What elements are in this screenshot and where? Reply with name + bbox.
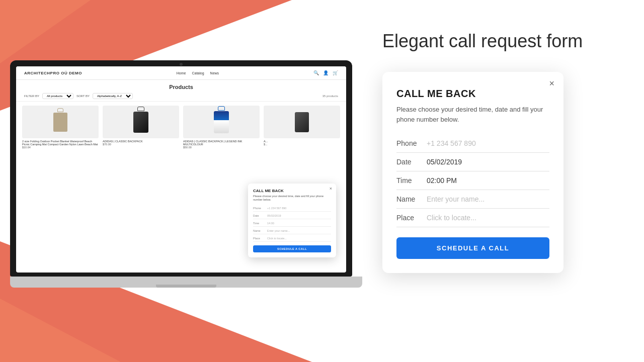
store-logo: ARCHITECHPRO OÜ DEMO	[24, 71, 82, 75]
product-price: $50.00	[183, 146, 260, 149]
list-item[interactable]: A... $...	[264, 106, 340, 149]
product-name: 2 size Folding Outdoor Pocket Blanket Wa…	[22, 140, 99, 146]
mini-name-label: Name	[253, 229, 267, 232]
product-price: $10.64	[22, 146, 99, 149]
list-item[interactable]: ADIDAS | CLASSIC BACKPACK $70.00	[103, 106, 179, 149]
mini-popup-close-button[interactable]: ×	[330, 186, 332, 191]
mini-popup-title: CALL ME BACK	[253, 189, 331, 193]
search-icon[interactable]: 🔍	[313, 70, 319, 75]
filter-left: FILTER BY All products SORT BY Alphabeti…	[24, 93, 133, 99]
product-price: $...	[264, 143, 340, 146]
store-product-grid: 2 size Folding Outdoor Pocket Blanket Wa…	[16, 102, 346, 153]
modal-date-label: Date	[396, 158, 427, 166]
mini-time-label: Time	[253, 222, 267, 225]
store-header: ARCHITECHPRO OÜ DEMO Home Catalog News 🔍…	[16, 66, 346, 80]
product-name: ADIDAS | CLASSIC BACKPACK | LEGEND INK M…	[183, 140, 260, 146]
store-nav-home[interactable]: Home	[177, 71, 186, 75]
mini-popup-subtitle: Please choose your desired time, date an…	[253, 195, 331, 202]
product-price: $70.00	[103, 143, 179, 146]
store-nav: Home Catalog News	[177, 71, 219, 75]
product-image	[103, 106, 179, 138]
mini-phone-field[interactable]: Phone +1 234 567 890	[253, 205, 331, 212]
user-icon[interactable]: 👤	[323, 70, 329, 75]
modal-place-placeholder: Click to locate...	[427, 214, 549, 222]
mini-phone-value: +1 234 567 890	[267, 207, 286, 210]
laptop-base	[10, 277, 362, 288]
laptop-section: ARCHITECHPRO OÜ DEMO Home Catalog News 🔍…	[0, 0, 362, 362]
mini-name-field[interactable]: Name Enter your name...	[253, 228, 331, 234]
mini-time-value: 14:00	[267, 222, 274, 225]
list-item[interactable]: 2 size Folding Outdoor Pocket Blanket Wa…	[22, 106, 99, 149]
products-count: 35 products	[323, 95, 338, 98]
product-image	[264, 106, 340, 138]
mini-call-me-back-popup: × CALL ME BACK Please choose your desire…	[248, 184, 336, 257]
modal-phone-placeholder: +1 234 567 890	[427, 139, 549, 147]
filter-select[interactable]: All products	[42, 93, 73, 99]
modal-time-value: 02:00 PM	[427, 176, 549, 185]
store-products-title: Products	[16, 80, 346, 92]
mini-date-value: 05/02/2019	[267, 214, 281, 217]
mini-name-value: Enter your name...	[267, 229, 290, 232]
call-me-back-modal: × CALL ME BACK Please choose your desire…	[382, 72, 564, 273]
mini-time-field[interactable]: Time 14:00	[253, 220, 331, 227]
modal-time-label: Time	[396, 176, 427, 185]
laptop-screen-outer: ARCHITECHPRO OÜ DEMO Home Catalog News 🔍…	[10, 60, 352, 277]
page-headline: Elegant call request form	[382, 30, 583, 52]
modal-subtitle: Please choose your desired time, date an…	[396, 105, 549, 124]
modal-title: CALL ME BACK	[396, 88, 549, 100]
mini-date-field[interactable]: Date 05/02/2019	[253, 213, 331, 219]
laptop-camera	[180, 63, 183, 66]
store-filters: FILTER BY All products SORT BY Alphabeti…	[16, 92, 346, 102]
modal-name-placeholder: Enter your name...	[427, 195, 549, 203]
modal-time-field[interactable]: Time 02:00 PM	[396, 171, 549, 190]
modal-phone-label: Phone	[396, 139, 427, 147]
cart-icon[interactable]: 🛒	[333, 70, 338, 75]
schedule-call-button[interactable]: SCHEDULE A CALL	[396, 237, 549, 259]
sort-select[interactable]: Alphabetically, A-Z	[93, 93, 133, 99]
mini-place-label: Place	[253, 237, 267, 240]
store-nav-news[interactable]: News	[210, 71, 219, 75]
filter-by-label: FILTER BY	[24, 95, 39, 98]
mini-place-field[interactable]: Place Click to locate...	[253, 235, 331, 242]
list-item[interactable]: ADIDAS | CLASSIC BACKPACK | LEGEND INK M…	[183, 106, 260, 149]
mini-schedule-call-button[interactable]: SCHEDULE A CALL	[253, 245, 331, 252]
modal-place-label: Place	[396, 214, 427, 222]
laptop-wrapper: ARCHITECHPRO OÜ DEMO Home Catalog News 🔍…	[10, 60, 362, 322]
modal-phone-field[interactable]: Phone +1 234 567 890	[396, 134, 549, 153]
mini-place-value: Click to locate...	[267, 237, 287, 240]
modal-date-value: 05/02/2019	[427, 158, 549, 166]
product-image	[183, 106, 260, 138]
mini-date-label: Date	[253, 214, 267, 217]
modal-name-label: Name	[396, 195, 427, 203]
laptop-screen-inner: ARCHITECHPRO OÜ DEMO Home Catalog News 🔍…	[16, 66, 346, 273]
modal-date-field[interactable]: Date 05/02/2019	[396, 153, 549, 171]
right-section: Elegant call request form × CALL ME BACK…	[352, 0, 644, 362]
modal-name-field[interactable]: Name Enter your name...	[396, 190, 549, 209]
mini-phone-label: Phone	[253, 207, 267, 210]
store-nav-icons: 🔍 👤 🛒	[313, 70, 338, 75]
modal-close-button[interactable]: ×	[549, 79, 554, 88]
modal-place-field[interactable]: Place Click to locate...	[396, 209, 549, 227]
store-nav-catalog[interactable]: Catalog	[192, 71, 204, 75]
product-image	[22, 106, 99, 138]
sort-by-label: SORT BY	[76, 95, 90, 98]
